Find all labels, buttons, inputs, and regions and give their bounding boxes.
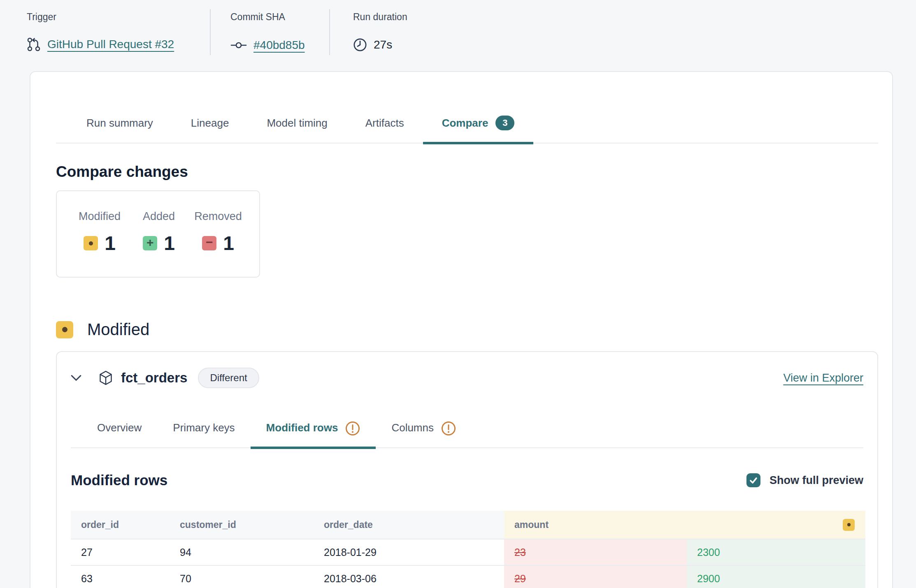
modified-rows-title: Modified rows <box>71 472 167 488</box>
duration-section: Run duration 27s <box>330 9 407 55</box>
commit-link[interactable]: #40bd85b <box>253 39 305 52</box>
modified-count: 1 <box>105 232 116 255</box>
new-value-cell: 2300 <box>687 539 865 565</box>
col-header-order-date: order_date <box>314 511 504 539</box>
page-title: Compare changes <box>56 163 878 181</box>
modified-rows-table: order_id customer_id order_date amount 2… <box>71 511 865 588</box>
warning-icon <box>441 421 456 436</box>
model-tab-bar: Overview Primary keys Modified rows Colu… <box>71 421 863 448</box>
removed-icon: − <box>202 236 216 250</box>
commit-value-row: #40bd85b <box>230 39 329 52</box>
run-detail-card: Run summary Lineage Model timing Artifac… <box>30 71 893 588</box>
commit-section: Commit SHA #40bd85b <box>211 9 329 55</box>
trigger-section: Trigger GitHub Pull Request #32 <box>27 9 210 55</box>
col-header-customer-id: customer_id <box>170 511 314 539</box>
commit-icon <box>230 40 247 50</box>
summary-added: Added + 1 <box>129 210 188 277</box>
clock-icon <box>353 38 367 52</box>
compare-summary-card: Modified 1 Added + 1 Removed − 1 <box>56 190 260 278</box>
duration-label: Run duration <box>353 12 407 23</box>
commit-label: Commit SHA <box>230 12 329 23</box>
model-card-fct-orders: fct_orders Different View in Explorer Ov… <box>56 351 878 588</box>
modified-icon <box>84 236 98 250</box>
old-value-cell: 29 <box>504 565 687 588</box>
check-icon <box>749 475 758 485</box>
col-header-amount: amount <box>504 511 865 539</box>
trigger-value-row: GitHub Pull Request #32 <box>27 37 210 52</box>
tab-artifacts[interactable]: Artifacts <box>346 116 423 144</box>
compare-count-badge: 3 <box>495 116 514 130</box>
trigger-label: Trigger <box>27 12 210 23</box>
summary-modified: Modified 1 <box>70 210 129 277</box>
main-tab-bar: Run summary Lineage Model timing Artifac… <box>56 116 878 144</box>
table-row: 63 70 2018-03-06 29 2900 <box>71 565 865 588</box>
summary-removed: Removed − 1 <box>188 210 248 277</box>
checkbox-checked[interactable] <box>746 473 760 487</box>
added-count: 1 <box>164 232 175 255</box>
duration-value: 27s <box>374 38 392 51</box>
chevron-down-icon[interactable] <box>71 375 81 381</box>
tab-primary-keys[interactable]: Primary keys <box>157 421 250 449</box>
view-in-explorer-link[interactable]: View in Explorer <box>783 372 863 384</box>
added-icon: + <box>143 236 157 250</box>
show-full-preview-label[interactable]: Show full preview <box>770 474 863 487</box>
page: { "header": { "trigger": { "label": "Tri… <box>0 0 916 588</box>
trigger-link[interactable]: GitHub Pull Request #32 <box>47 38 174 51</box>
removed-count: 1 <box>223 232 234 255</box>
tab-overview[interactable]: Overview <box>81 421 157 449</box>
pull-request-icon <box>27 37 41 52</box>
table-header-row: order_id customer_id order_date amount <box>71 511 865 539</box>
package-icon <box>99 370 113 385</box>
tab-modified-rows[interactable]: Modified rows <box>251 421 376 449</box>
col-header-order-id: order_id <box>71 511 170 539</box>
tab-model-timing[interactable]: Model timing <box>248 116 346 144</box>
modified-section-header: Modified <box>56 320 878 339</box>
table-row: 27 94 2018-01-29 23 2300 <box>71 539 865 565</box>
show-full-preview-toggle[interactable]: Show full preview <box>746 473 863 487</box>
old-value-cell: 23 <box>504 539 687 565</box>
new-value-cell: 2900 <box>687 565 865 588</box>
warning-icon <box>345 421 360 436</box>
tab-columns[interactable]: Columns <box>376 421 472 449</box>
modified-column-icon <box>843 519 855 531</box>
modified-rows-header: Modified rows Show full preview <box>71 472 863 488</box>
section-title: Modified <box>87 320 149 339</box>
duration-value-row: 27s <box>353 38 407 52</box>
status-badge: Different <box>198 368 259 388</box>
modified-icon <box>56 321 73 338</box>
tab-run-summary[interactable]: Run summary <box>67 116 172 144</box>
model-name: fct_orders <box>121 370 187 386</box>
run-header: Trigger GitHub Pull Request #32 Commit S… <box>27 9 407 55</box>
tab-compare[interactable]: Compare 3 <box>423 116 534 144</box>
model-card-header: fct_orders Different View in Explorer <box>71 352 863 389</box>
tab-lineage[interactable]: Lineage <box>172 116 248 144</box>
